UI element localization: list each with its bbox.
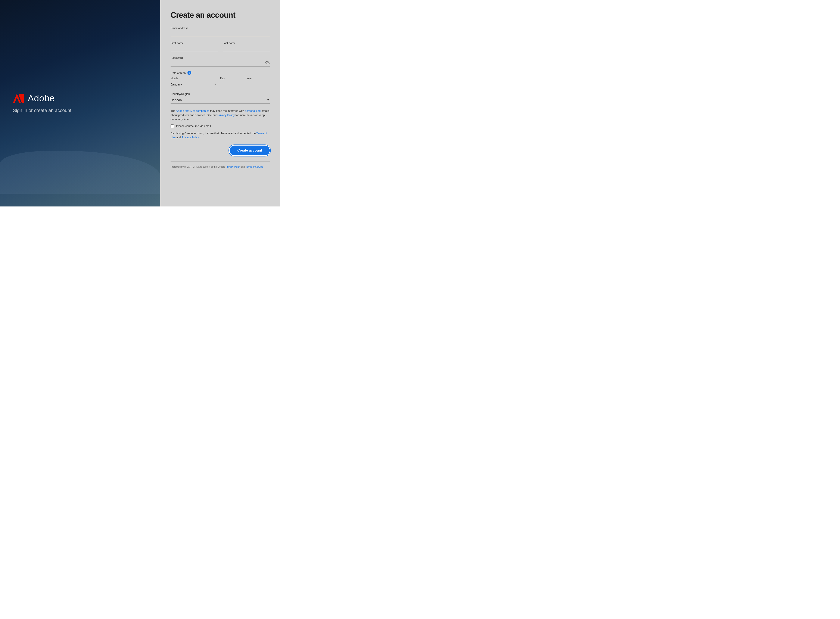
left-panel: Adobe Sign in or create an account [0,0,160,206]
dob-row: Month January February March April May J… [170,77,270,88]
password-wrapper [170,60,270,67]
password-label: Password [170,56,270,60]
recaptcha-privacy-link[interactable]: Privacy Policy [226,166,240,168]
adobe-family-link[interactable]: Adobe family of companies [176,109,209,112]
toggle-password-icon[interactable] [265,60,270,65]
dob-month-col: Month January February March April May J… [170,77,217,88]
dob-section: Date of birth i Month January February M… [170,71,270,88]
privacy-policy-link-1[interactable]: Privacy Policy [217,114,235,117]
adobe-logo-text: Adobe [28,93,55,103]
contact-checkbox[interactable] [170,124,174,128]
dob-day-col: Day [220,77,243,88]
recaptcha-terms-link[interactable]: Terms of Service [245,166,263,168]
email-label: Email address [170,27,270,30]
dob-day-label: Day [220,77,243,80]
personalized-link[interactable]: personalized [245,109,261,112]
country-label: Country/Region [170,92,270,96]
country-section: Country/Region Canada United States Unit… [170,92,270,104]
form-title: Create an account [170,11,270,19]
dob-info-icon[interactable]: i [187,71,191,75]
create-btn-row: Create account [170,145,270,155]
password-field-group: Password [170,56,270,67]
right-panel: Create an account Email address First na… [160,0,280,206]
dob-month-label: Month [170,77,217,80]
month-select-wrapper: January February March April May June Ju… [170,81,217,88]
first-name-input[interactable] [170,46,218,52]
create-account-button[interactable]: Create account [230,145,270,155]
dob-label: Date of birth [170,72,186,75]
recaptcha-text: Protected by reCAPTCHA and subject to th… [170,165,270,169]
last-name-input[interactable] [223,46,270,52]
month-select[interactable]: January February March April May June Ju… [170,81,217,88]
first-name-label: First name [170,42,218,45]
checkbox-row: Please contact me via email [170,124,270,128]
password-input[interactable] [170,60,270,67]
adobe-logo-icon [13,94,24,103]
adobe-tagline: Sign in or create an account [13,108,72,113]
privacy-policy-link-2[interactable]: Privacy Policy. [182,136,200,139]
dob-label-row: Date of birth i [170,71,270,75]
country-select[interactable]: Canada United States United Kingdom Aust… [170,96,270,104]
adobe-logo: Adobe [13,93,55,103]
consent-text: The Adobe family of companies may keep m… [170,109,270,121]
last-name-field-group: Last name [223,42,270,52]
dob-day-input[interactable] [220,81,243,88]
dob-year-col: Year [247,77,270,88]
name-row: First name Last name [170,42,270,52]
email-input[interactable] [170,31,270,37]
email-field-group: Email address [170,27,270,37]
country-select-wrapper: Canada United States United Kingdom Aust… [170,96,270,104]
dob-year-input[interactable] [247,81,270,88]
terms-text: By clicking Create account, I agree that… [170,131,270,139]
last-name-label: Last name [223,42,270,45]
dob-year-label: Year [247,77,270,80]
checkbox-label: Please contact me via email [176,124,211,128]
first-name-field-group: First name [170,42,218,52]
